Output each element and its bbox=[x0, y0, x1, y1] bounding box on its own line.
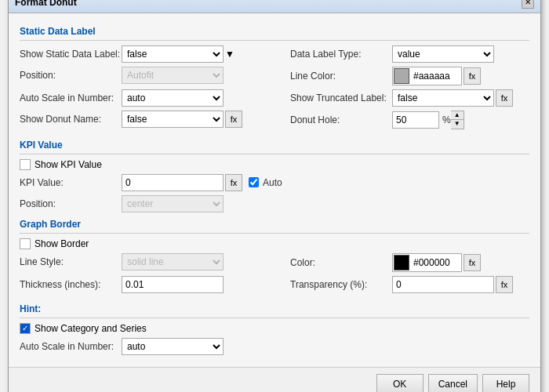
select-line-style[interactable]: solid line bbox=[122, 253, 224, 270]
donut-hole-down[interactable]: ▼ bbox=[451, 120, 464, 129]
color-hex[interactable] bbox=[410, 256, 461, 270]
label-show-category: Show Category and Series bbox=[35, 323, 147, 334]
transparency-input[interactable] bbox=[392, 276, 494, 293]
color-preview bbox=[394, 255, 409, 270]
label-line-style: Line Style: bbox=[20, 256, 122, 267]
label-line-color: Line Color: bbox=[290, 71, 392, 82]
label-transparency: Transparency (%): bbox=[290, 279, 392, 290]
checkbox-show-kpi[interactable] bbox=[20, 159, 31, 170]
label-color: Color: bbox=[290, 257, 392, 268]
label-show-donut-name: Show Donut Name: bbox=[20, 114, 122, 125]
row-show-kpi: Show KPI Value bbox=[20, 159, 529, 170]
donut-hole-up[interactable]: ▲ bbox=[451, 111, 464, 120]
close-button[interactable]: ✕ bbox=[522, 0, 534, 9]
row-auto-scale-hint: Auto Scale in Number: auto1K1M bbox=[20, 338, 529, 355]
checkbox-show-border[interactable] bbox=[20, 238, 31, 249]
label-show-static: Show Static Data Label: bbox=[20, 49, 122, 60]
title-bar: Format Donut ✕ bbox=[9, 0, 540, 13]
label-auto-scale-hint: Auto Scale in Number: bbox=[20, 341, 122, 352]
transparency-fx-btn[interactable]: fx bbox=[496, 276, 513, 293]
select-position-left[interactable]: Autofit bbox=[122, 67, 224, 84]
donut-hole-pct: % bbox=[442, 114, 451, 125]
select-show-donut-name[interactable]: falsetrue bbox=[122, 111, 224, 128]
line-color-hex[interactable] bbox=[410, 69, 461, 83]
row-position-linecolor: Position: Autofit Line Color: fx bbox=[20, 67, 529, 89]
kpi-value-fx-btn[interactable]: fx bbox=[225, 174, 242, 191]
format-donut-dialog: Format Donut ✕ Static Data Label Show St… bbox=[8, 0, 541, 392]
section-kpi: KPI Value bbox=[20, 140, 529, 151]
select-auto-scale-hint[interactable]: auto1K1M bbox=[122, 338, 224, 355]
cancel-button[interactable]: Cancel bbox=[428, 374, 478, 393]
kpi-auto-checkbox[interactable] bbox=[249, 177, 259, 187]
line-color-preview bbox=[394, 68, 409, 84]
color-input[interactable] bbox=[392, 253, 462, 272]
section-hint: Hint: bbox=[20, 303, 529, 314]
line-color-input[interactable] bbox=[392, 67, 462, 85]
donut-name-fx-btn[interactable]: fx bbox=[225, 111, 242, 128]
select-show-static[interactable]: falsetrue bbox=[122, 45, 224, 63]
label-show-kpi: Show KPI Value bbox=[35, 159, 102, 170]
row-show-border: Show Border bbox=[20, 238, 529, 249]
ok-button[interactable]: OK bbox=[376, 374, 424, 393]
select-kpi-position[interactable]: center bbox=[122, 195, 224, 212]
truncated-fx-btn[interactable]: fx bbox=[496, 89, 513, 107]
label-data-label-type: Data Label Type: bbox=[290, 49, 392, 60]
line-color-fx-btn[interactable]: fx bbox=[464, 67, 481, 85]
kpi-auto-label: Auto bbox=[263, 177, 282, 188]
row-kpi-value: KPI Value: fx Auto bbox=[20, 174, 529, 191]
row-linestyle-color: Line Style: solid line Color: fx bbox=[20, 253, 529, 276]
select-data-label-type[interactable]: valuepercentlabel bbox=[392, 45, 494, 63]
label-thickness: Thickness (inches): bbox=[20, 279, 122, 290]
label-kpi-position: Position: bbox=[20, 198, 122, 209]
color-fx-btn[interactable]: fx bbox=[464, 254, 481, 271]
row-show-static: Show Static Data Label: falsetrue ▼ Data… bbox=[20, 45, 529, 67]
dialog-title: Format Donut bbox=[15, 0, 77, 8]
label-position-left: Position: bbox=[20, 70, 122, 81]
donut-hole-input[interactable] bbox=[392, 111, 439, 129]
label-kpi-value: KPI Value: bbox=[20, 177, 122, 188]
thickness-input[interactable] bbox=[122, 276, 224, 293]
section-graph-border: Graph Border bbox=[20, 219, 529, 230]
help-button[interactable]: Help bbox=[482, 374, 529, 393]
dialog-content: Static Data Label Show Static Data Label… bbox=[9, 13, 540, 367]
label-show-truncated: Show Truncated Label: bbox=[290, 93, 392, 103]
kpi-value-input[interactable] bbox=[122, 174, 224, 191]
checkbox-show-category[interactable]: ✓ bbox=[20, 323, 31, 334]
label-auto-scale: Auto Scale in Number: bbox=[20, 93, 122, 103]
select-show-truncated[interactable]: falsetrue bbox=[392, 89, 494, 107]
row-thickness-transparency: Thickness (inches): Transparency (%): fx bbox=[20, 276, 529, 297]
row-autoscale-truncated: Auto Scale in Number: auto1K1M Show Trun… bbox=[20, 89, 529, 111]
select-auto-scale[interactable]: auto1K1M bbox=[122, 89, 224, 107]
row-show-category: ✓ Show Category and Series bbox=[20, 323, 529, 334]
label-show-border: Show Border bbox=[35, 238, 89, 249]
section-static-data-label: Static Data Label bbox=[20, 26, 529, 37]
row-donutname-hole: Show Donut Name: falsetrue fx Donut Hole… bbox=[20, 111, 529, 133]
label-donut-hole: Donut Hole: bbox=[290, 114, 392, 125]
row-kpi-position: Position: center bbox=[20, 195, 529, 212]
dialog-footer: OK Cancel Help bbox=[9, 367, 540, 393]
